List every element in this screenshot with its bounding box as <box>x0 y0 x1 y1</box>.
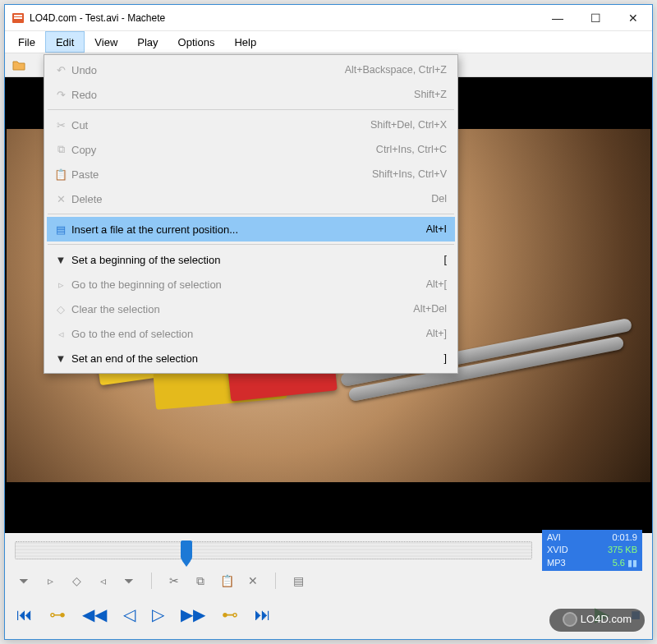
info-container: AVI <box>547 532 561 543</box>
menu-item-redo[interactable]: ↷ Redo Shift+Z <box>47 82 455 107</box>
skip-start-icon[interactable]: ⏮ <box>16 605 33 624</box>
menu-help[interactable]: Help <box>224 31 266 53</box>
delete-icon: ✕ <box>50 193 71 205</box>
selection-end-icon[interactable]: ⏷ <box>122 574 136 587</box>
copy-icon[interactable]: ⧉ <box>193 574 208 588</box>
menu-item-goto-selection-begin[interactable]: ▹ Go to the beginning of selection Alt+[ <box>47 272 455 297</box>
next-keyframe-icon[interactable]: ⊷ <box>222 605 238 624</box>
menu-item-insert-file[interactable]: ▤ Insert a file at the current position.… <box>47 217 455 242</box>
menu-edit[interactable]: Edit <box>45 31 85 53</box>
maximize-button[interactable]: ☐ <box>577 5 614 31</box>
selection-begin-icon[interactable]: ⏷ <box>16 574 31 587</box>
watermark-logo-icon <box>563 612 577 627</box>
menu-item-undo[interactable]: ↶ Undo Alt+Backspace, Ctrl+Z <box>47 58 455 82</box>
step-back-icon[interactable]: ◀◀ <box>82 605 107 624</box>
seek-bar[interactable] <box>15 541 532 559</box>
toolbar-divider <box>151 573 152 589</box>
toolbar-divider <box>275 573 276 589</box>
paste-icon: 📋 <box>50 168 71 181</box>
app-icon <box>11 12 25 25</box>
menu-options[interactable]: Options <box>168 31 225 53</box>
menu-bar: File Edit View Play Options Help <box>5 31 652 53</box>
menu-item-shortcut: Alt+Del <box>413 303 447 315</box>
info-bitrate: 5.6 <box>613 558 625 568</box>
menu-item-delete[interactable]: ✕ Delete Del <box>47 186 455 211</box>
edit-toolbar: ⏷ ▹ ◇ ◃ ⏷ ✂ ⧉ 📋 ✕ ▤ <box>5 567 652 595</box>
copy-icon: ⧉ <box>50 143 71 156</box>
menu-play[interactable]: Play <box>127 31 168 53</box>
menu-item-shortcut: Alt+[ <box>426 278 447 290</box>
cut-icon[interactable]: ✂ <box>167 574 181 587</box>
menu-item-label: Go to the end of selection <box>71 328 426 340</box>
menu-separator <box>48 214 454 214</box>
menu-item-shortcut: Alt+] <box>426 328 447 339</box>
window-title: LO4D.com - Test.avi - Machete <box>30 12 539 24</box>
redo-icon: ↷ <box>50 89 71 101</box>
menu-item-shortcut: Shift+Ins, Ctrl+V <box>372 168 447 180</box>
step-forward-icon[interactable]: ▶▶ <box>181 605 205 624</box>
menu-item-shortcut: Alt+I <box>426 223 447 235</box>
undo-icon: ↶ <box>50 64 71 76</box>
menu-item-label: Set a beginning of the selection <box>71 254 444 266</box>
menu-item-shortcut: Del <box>431 193 447 205</box>
save-segment-icon[interactable]: ▤ <box>291 574 306 587</box>
info-panel: AVI0:01.9 XVID375 KB MP35.6 ▮▮ <box>542 530 642 571</box>
menu-item-set-selection-end[interactable]: ▼ Set an end of the selection ] <box>47 346 455 370</box>
menu-file[interactable]: File <box>8 31 45 53</box>
menu-item-clear-selection[interactable]: ◇ Clear the selection Alt+Del <box>47 297 455 321</box>
close-button[interactable]: ✕ <box>614 5 652 31</box>
open-file-icon[interactable] <box>10 56 28 74</box>
menu-item-goto-selection-end[interactable]: ◃ Go to the end of selection Alt+] <box>47 321 455 346</box>
menu-item-copy[interactable]: ⧉ Copy Ctrl+Ins, Ctrl+C <box>47 137 455 162</box>
info-size: 375 <box>608 545 623 554</box>
goto-begin-icon[interactable]: ▹ <box>43 574 57 587</box>
prev-keyframe-icon[interactable]: ⊶ <box>49 605 66 624</box>
menu-item-label: Undo <box>71 64 345 76</box>
info-vcodec: XVID <box>547 545 568 555</box>
menu-item-label: Copy <box>71 144 376 156</box>
svg-rect-1 <box>14 15 22 16</box>
svg-rect-2 <box>14 17 22 19</box>
menu-item-shortcut: [ <box>444 254 447 265</box>
menu-separator <box>48 109 454 110</box>
delete-icon[interactable]: ✕ <box>246 574 260 587</box>
clear-selection-icon: ◇ <box>50 303 71 315</box>
watermark-text: LO4D.com <box>581 613 632 625</box>
insert-file-icon: ▤ <box>50 223 71 236</box>
edit-menu-dropdown: ↶ Undo Alt+Backspace, Ctrl+Z ↷ Redo Shif… <box>44 54 458 374</box>
goto-end-icon[interactable]: ◃ <box>95 574 110 587</box>
menu-item-shortcut: Alt+Backspace, Ctrl+Z <box>345 64 447 76</box>
clear-selection-icon[interactable]: ◇ <box>69 574 84 587</box>
menu-item-label: Paste <box>71 168 372 181</box>
minimize-button[interactable]: — <box>539 5 577 31</box>
selection-end-icon: ▼ <box>50 352 71 365</box>
menu-item-set-selection-begin[interactable]: ▼ Set a beginning of the selection [ <box>47 247 455 272</box>
prev-frame-icon[interactable]: ◁ <box>123 605 136 624</box>
menu-view[interactable]: View <box>85 31 127 53</box>
title-bar: LO4D.com - Test.avi - Machete — ☐ ✕ <box>5 5 652 31</box>
menu-item-shortcut: Shift+Del, Ctrl+X <box>370 119 447 131</box>
info-acodec: MP3 <box>547 558 566 568</box>
menu-item-label: Clear the selection <box>71 303 413 315</box>
next-frame-icon[interactable]: ▷ <box>152 605 164 624</box>
seek-thumb[interactable] <box>181 540 192 562</box>
pause-indicator-icon: ▮▮ <box>627 558 637 568</box>
cut-icon: ✂ <box>50 119 71 131</box>
main-window: LO4D.com - Test.avi - Machete — ☐ ✕ File… <box>4 4 653 640</box>
menu-item-cut[interactable]: ✂ Cut Shift+Del, Ctrl+X <box>47 113 455 137</box>
paste-icon[interactable]: 📋 <box>219 574 234 587</box>
menu-separator <box>48 244 454 245</box>
menu-item-label: Cut <box>71 119 370 131</box>
menu-item-label: Set an end of the selection <box>71 352 444 365</box>
skip-end-icon[interactable]: ⏭ <box>255 605 271 624</box>
seek-row: AVI0:01.9 XVID375 KB MP35.6 ▮▮ <box>5 534 652 567</box>
menu-item-label: Redo <box>71 89 414 101</box>
menu-item-shortcut: Ctrl+Ins, Ctrl+C <box>376 144 447 155</box>
goto-end-icon: ◃ <box>50 328 71 340</box>
goto-begin-icon: ▹ <box>50 278 71 291</box>
menu-item-label: Delete <box>71 193 431 205</box>
menu-item-paste[interactable]: 📋 Paste Shift+Ins, Ctrl+V <box>47 162 455 186</box>
menu-item-shortcut: ] <box>444 352 447 364</box>
selection-begin-icon: ▼ <box>50 254 71 266</box>
info-time: 0:01.9 <box>612 532 637 543</box>
